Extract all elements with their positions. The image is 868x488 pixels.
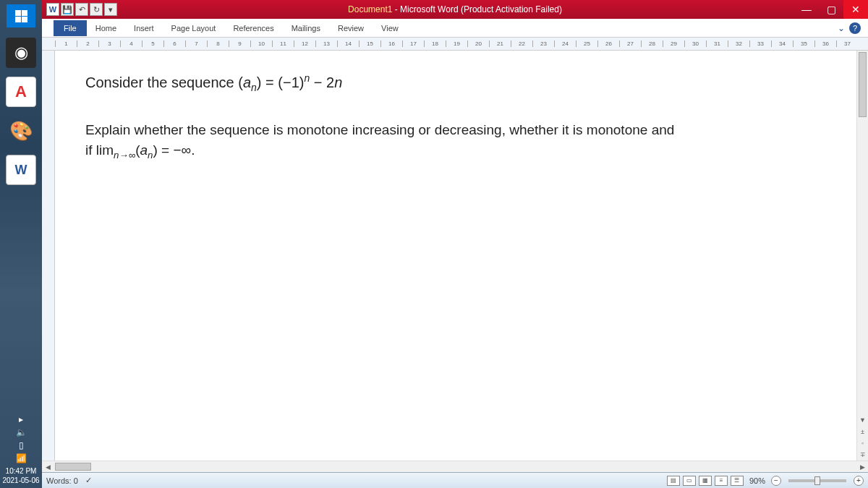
vscroll-thumb[interactable] (859, 52, 867, 117)
clock-date: 2021-05-06 (2, 476, 39, 485)
word-window: W 💾 ↶ ↻ ▾ Document1 - Microsoft Word (Pr… (42, 0, 868, 488)
redo-icon: ↻ (93, 5, 100, 14)
doc-line-2: Explain whether the sequence is monotone… (85, 122, 868, 138)
undo-icon: ↶ (79, 5, 85, 14)
save-icon: 💾 (62, 5, 72, 14)
undo-button[interactable]: ↶ (75, 3, 88, 16)
pdf-icon: A (15, 82, 27, 101)
task-app-pdf[interactable]: A (6, 77, 36, 107)
outline-view-button[interactable]: ≡ (715, 476, 728, 486)
clock-time: 10:42 PM (2, 466, 39, 476)
maximize-button[interactable]: ▢ (819, 0, 843, 19)
windows-logo-icon (15, 10, 27, 22)
tab-file[interactable]: File (54, 20, 87, 36)
hscroll-thumb[interactable] (55, 463, 91, 471)
save-button[interactable]: 💾 (61, 3, 74, 16)
ribbon-tabs: File Home Insert Page Layout References … (42, 19, 868, 38)
task-app-paint[interactable]: 🎨 (6, 116, 36, 146)
palette-icon: 🎨 (9, 120, 33, 142)
tab-mailings[interactable]: Mailings (283, 20, 329, 36)
eye-icon: ◉ (14, 43, 28, 62)
qat-customize-button[interactable]: ▾ (104, 3, 117, 16)
tab-home[interactable]: Home (87, 20, 125, 36)
zoom-slider[interactable] (788, 479, 846, 482)
fullscreen-reading-view-button[interactable]: ▭ (683, 476, 696, 486)
chevron-down-icon: ▾ (109, 5, 113, 14)
print-layout-view-button[interactable]: ▤ (667, 476, 680, 486)
tab-review[interactable]: Review (329, 20, 373, 36)
horizontal-scrollbar[interactable]: ◀ ▶ (42, 461, 868, 472)
document-content[interactable]: Consider the sequence (an) = (−1)n − 2n … (42, 51, 868, 160)
tab-view[interactable]: View (373, 20, 407, 36)
scroll-down-button[interactable]: ▼ (857, 414, 868, 426)
tab-insert[interactable]: Insert (125, 20, 163, 36)
task-app-eye[interactable]: ◉ (6, 38, 36, 68)
zoom-slider-thumb[interactable] (814, 476, 820, 485)
scroll-left-button[interactable]: ◀ (42, 461, 54, 473)
task-app-word[interactable]: W (6, 155, 36, 185)
taskbar-clock[interactable]: 10:42 PM 2021-05-06 (2, 466, 39, 485)
tab-page-layout[interactable]: Page Layout (163, 20, 225, 36)
word-app-icon[interactable]: W (46, 3, 59, 16)
spellcheck-status-icon[interactable]: ✓ (85, 476, 92, 485)
word-icon: W (15, 163, 27, 178)
select-browse-object-button[interactable]: ◦ (857, 437, 868, 449)
battery-icon[interactable]: ▯ (19, 440, 24, 450)
quick-access-toolbar: W 💾 ↶ ↻ ▾ (42, 3, 117, 16)
window-controls: — ▢ ✕ (794, 0, 868, 19)
word-count[interactable]: Words: 0 (46, 476, 78, 485)
tab-references[interactable]: References (224, 20, 282, 36)
start-button[interactable] (7, 4, 35, 27)
scroll-right-button[interactable]: ▶ (856, 461, 868, 473)
minimize-button[interactable]: — (794, 0, 819, 19)
zoom-level[interactable]: 90% (749, 476, 765, 485)
network-icon[interactable]: 📶 (16, 453, 27, 463)
doc-line-1: Consider the sequence (an) = (−1)n − 2n (85, 72, 868, 93)
zoom-in-button[interactable]: + (854, 476, 864, 486)
prev-page-button[interactable]: ± (857, 426, 868, 437)
zoom-out-button[interactable]: − (771, 476, 781, 486)
statusbar: Words: 0 ✓ ▤ ▭ ▦ ≡ ☰ 90% − + (42, 472, 868, 488)
redo-button[interactable]: ↻ (90, 3, 103, 16)
help-button[interactable]: ? (849, 22, 861, 34)
hscroll-track[interactable] (54, 461, 856, 472)
document-area: Consider the sequence (an) = (−1)n − 2n … (42, 51, 868, 461)
collapse-ribbon-icon[interactable]: ⌄ (838, 23, 845, 33)
window-title: Document1 - Microsoft Word (Product Acti… (348, 4, 562, 14)
titlebar: W 💾 ↶ ↻ ▾ Document1 - Microsoft Word (Pr… (42, 0, 868, 19)
system-tray: ▸ 🔈 ▯ 📶 10:42 PM 2021-05-06 (0, 413, 42, 488)
horizontal-ruler[interactable]: 1234567891011121314151617181920212223242… (42, 38, 868, 51)
web-layout-view-button[interactable]: ▦ (699, 476, 712, 486)
os-taskbar: ◉ A 🎨 W ▸ 🔈 ▯ 📶 10:42 PM 2021-05-06 (0, 0, 42, 488)
next-page-button[interactable]: ∓ (857, 449, 868, 461)
vertical-ruler[interactable] (42, 51, 55, 461)
app-name: Microsoft Word (Product Activation Faile… (400, 4, 562, 14)
document-name: Document1 (348, 4, 392, 14)
vertical-scrollbar[interactable]: ▲ ▼ ± ◦ ∓ (856, 51, 868, 461)
doc-line-3: if limn→∞(an) = −∞. (85, 142, 868, 160)
tray-expand-icon[interactable]: ▸ (19, 414, 23, 424)
close-button[interactable]: ✕ (843, 0, 868, 19)
draft-view-button[interactable]: ☰ (731, 476, 744, 486)
sound-icon[interactable]: 🔈 (16, 427, 27, 437)
